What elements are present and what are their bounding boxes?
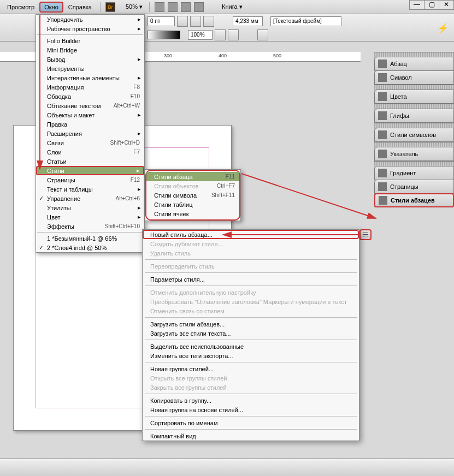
- submenu-item[interactable]: Стили символаShift+F11: [146, 191, 239, 200]
- opt3-icon[interactable]: [257, 29, 268, 40]
- index-icon: [378, 150, 387, 158]
- wrap-icon[interactable]: [203, 16, 214, 27]
- paragraph-icon: [378, 59, 387, 68]
- panel-tab-Указатель[interactable]: Указатель: [374, 147, 454, 161]
- book-dropdown[interactable]: Книга ▾: [222, 3, 243, 10]
- flyout-item[interactable]: Новая группа стилей...: [143, 364, 359, 373]
- field-spacing[interactable]: 4,233 мм: [233, 16, 263, 26]
- menu-item[interactable]: ✓УправлениеAlt+Ctrl+6: [36, 194, 144, 203]
- panel-tab-Глифы[interactable]: Глифы: [374, 109, 454, 123]
- panel-tab-Стили абзацев[interactable]: Стили абзацев: [374, 193, 454, 207]
- menu-item[interactable]: Обтекание текстомAlt+Ctrl+W: [36, 101, 144, 110]
- lightning-icon[interactable]: ⚡: [438, 23, 449, 33]
- flyout-item[interactable]: Копировать в группу...: [143, 396, 359, 405]
- submenu-item[interactable]: Стили абзацаF11: [146, 172, 239, 181]
- menu-item[interactable]: СтраницыF12: [36, 175, 144, 185]
- gradient-ramp[interactable]: [148, 31, 180, 39]
- field-leading[interactable]: 0 пт: [148, 16, 175, 26]
- flyout-item[interactable]: Новая группа на основе стилей...: [143, 405, 359, 414]
- panel-label: Градиент: [390, 170, 416, 176]
- arrange2-icon[interactable]: [194, 2, 204, 12]
- gradient-icon: [378, 169, 387, 177]
- menu-item[interactable]: ОбводкаF10: [36, 92, 144, 101]
- menu-item[interactable]: ✓2 *Слов4.indd @ 50%: [36, 243, 144, 252]
- menu-item[interactable]: Интерактивные элементы▸: [36, 73, 144, 82]
- panel-tab-Градиент[interactable]: Градиент: [374, 166, 454, 180]
- menu-item[interactable]: Объекты и макет▸: [36, 110, 144, 120]
- flyout-item[interactable]: Загрузить все стили текста...: [143, 329, 359, 338]
- flyout-item: Закрыть все группы стилей: [143, 383, 359, 392]
- view-mode-icon[interactable]: [155, 2, 164, 12]
- panel-tab-Цвета[interactable]: Цвета: [374, 90, 454, 104]
- flyout-item: Отменить дополнительную настройку: [143, 288, 359, 297]
- flyout-item[interactable]: Компактный вид: [143, 431, 359, 441]
- panel-tab-Символ[interactable]: Символ: [374, 70, 454, 85]
- menu-window[interactable]: Окно: [39, 2, 63, 13]
- flyout-item[interactable]: Изменить все теги экспорта...: [143, 351, 359, 360]
- menu-item[interactable]: Инструменты: [36, 64, 144, 73]
- pages-icon: [378, 182, 387, 191]
- flyout-item[interactable]: Сортировать по именам: [143, 418, 359, 427]
- menu-item[interactable]: Цвет▸: [36, 212, 144, 222]
- flyout-item[interactable]: Новый стиль абзаца...: [143, 230, 359, 239]
- panel-flyout-button[interactable]: [359, 229, 372, 240]
- menu-item[interactable]: Mini Bridge: [36, 45, 144, 55]
- flyout-item[interactable]: Параметры стиля...: [143, 275, 359, 284]
- field-percent[interactable]: 100%: [188, 30, 213, 40]
- hamburger-icon: [363, 233, 368, 237]
- menu-item[interactable]: Рабочее пространство▸: [36, 24, 144, 33]
- frame-type-dropdown[interactable]: [Текстовый фрейм]: [270, 16, 341, 26]
- menu-item[interactable]: Расширения▸: [36, 129, 144, 138]
- close-button[interactable]: ✕: [439, 0, 454, 10]
- fx-icon[interactable]: [177, 16, 188, 27]
- menubar: Просмотр Окно Справка Br 50% ▾ Книга ▾: [0, 0, 454, 14]
- opt2-icon[interactable]: [228, 29, 239, 40]
- bridge-icon[interactable]: Br: [105, 2, 115, 12]
- menu-item[interactable]: Утилиты▸: [36, 203, 144, 212]
- panel-label: Глифы: [390, 112, 409, 119]
- menu-item[interactable]: Вывод▸: [36, 55, 144, 64]
- menu-item[interactable]: ЭффектыShift+Ctrl+F10: [36, 222, 144, 231]
- menu-item[interactable]: Folio Builder: [36, 36, 144, 45]
- panel-label: Цвета: [390, 93, 407, 100]
- opt1-icon[interactable]: [215, 29, 226, 40]
- menu-item[interactable]: ИнформацияF8: [36, 82, 144, 92]
- panel-label: Абзац: [390, 61, 407, 67]
- statusbar: [0, 459, 454, 476]
- menu-item[interactable]: Текст и таблицы▸: [36, 185, 144, 194]
- submenu-item: Стили объектовCtrl+F7: [146, 181, 239, 191]
- arrange-icon[interactable]: [181, 2, 191, 12]
- minimize-button[interactable]: —: [409, 0, 424, 10]
- align-icon[interactable]: [190, 16, 201, 27]
- menu-help[interactable]: Справка: [63, 2, 97, 13]
- menu-item[interactable]: 1 *Безымянный-1 @ 66%: [36, 234, 144, 243]
- maximize-button[interactable]: ▢: [424, 0, 439, 10]
- panel-label: Страницы: [390, 183, 418, 190]
- menu-item[interactable]: Стили▸: [36, 166, 144, 175]
- menu-item[interactable]: Правка: [36, 120, 144, 129]
- menu-view[interactable]: Просмотр: [2, 2, 39, 13]
- panel-label: Стили символов: [390, 132, 436, 138]
- color-icon: [378, 92, 387, 101]
- submenu-item[interactable]: Стили таблиц: [146, 200, 239, 209]
- panel-tab-Стили символов[interactable]: Стили символов: [374, 128, 454, 142]
- character-icon: [378, 73, 387, 82]
- window-controls: — ▢ ✕: [410, 0, 454, 10]
- panel-flyout-menu: Новый стиль абзаца...Создать дубликат ст…: [142, 229, 359, 441]
- glyph-icon: [378, 111, 387, 120]
- flyout-item: Отменить связь со стилем: [143, 306, 359, 316]
- menu-item[interactable]: СвязиShift+Ctrl+D: [36, 138, 144, 147]
- panels-dock: АбзацСимволЦветаГлифыСтили символовУказа…: [374, 52, 454, 207]
- flyout-item: Удалить стиль: [143, 248, 359, 258]
- flyout-item[interactable]: Загрузить стили абзацев...: [143, 319, 359, 329]
- menu-item[interactable]: Упорядочить▸: [36, 15, 144, 24]
- zoom-level[interactable]: 50% ▾: [122, 2, 146, 12]
- submenu-item[interactable]: Стили ячеек: [146, 209, 239, 218]
- flyout-item[interactable]: Выделить все неиспользованные: [143, 342, 359, 351]
- menu-window-dropdown: Упорядочить▸Рабочее пространство▸Folio B…: [36, 14, 145, 253]
- screen-mode-icon[interactable]: [168, 2, 178, 12]
- menu-item[interactable]: Статьи: [36, 157, 144, 166]
- menu-item[interactable]: СлоиF7: [36, 147, 144, 157]
- panel-tab-Страницы[interactable]: Страницы: [374, 180, 454, 194]
- panel-tab-Абзац[interactable]: Абзац: [374, 57, 454, 71]
